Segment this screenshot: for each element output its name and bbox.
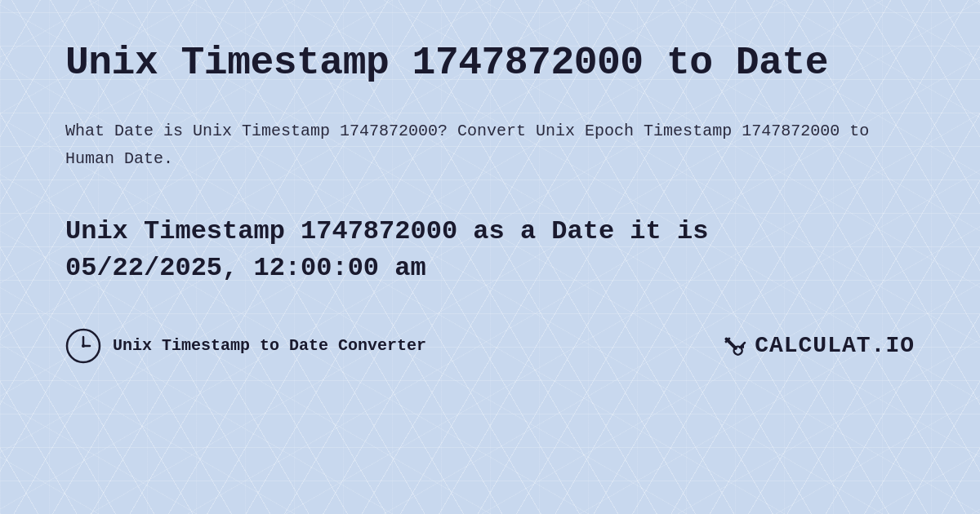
logo-text: CALCULAT.IO [755, 333, 915, 358]
footer: Unix Timestamp to Date Converter CALCULA… [65, 328, 915, 364]
logo-area: CALCULAT.IO [719, 331, 915, 361]
footer-label: Unix Timestamp to Date Converter [113, 336, 426, 355]
page-title: Unix Timestamp 1747872000 to Date [65, 41, 915, 85]
footer-left: Unix Timestamp to Date Converter [65, 328, 426, 364]
svg-point-3 [82, 344, 85, 348]
page-container: Unix Timestamp 1747872000 to Date What D… [0, 0, 980, 405]
page-description: What Date is Unix Timestamp 1747872000? … [65, 117, 915, 173]
logo-icon [719, 331, 748, 361]
result-line2: 05/22/2025, 12:00:00 am [65, 253, 426, 283]
result-text: Unix Timestamp 1747872000 as a Date it i… [65, 214, 915, 287]
clock-icon [65, 328, 101, 364]
svg-rect-4 [724, 336, 738, 350]
result-section: Unix Timestamp 1747872000 as a Date it i… [65, 214, 915, 287]
result-line1: Unix Timestamp 1747872000 as a Date it i… [65, 216, 708, 246]
